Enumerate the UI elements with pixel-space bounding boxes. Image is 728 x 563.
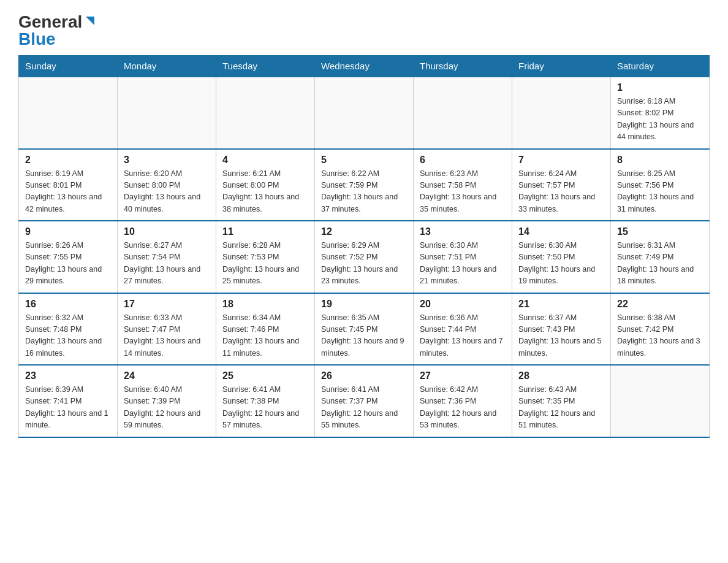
calendar-header-row: SundayMondayTuesdayWednesdayThursdayFrid… [19, 56, 710, 77]
calendar-week-row: 16Sunrise: 6:32 AMSunset: 7:48 PMDayligh… [19, 293, 710, 366]
day-info: Sunrise: 6:30 AMSunset: 7:50 PMDaylight:… [518, 240, 604, 288]
day-info: Sunrise: 6:27 AMSunset: 7:54 PMDaylight:… [124, 240, 210, 288]
day-info: Sunrise: 6:23 AMSunset: 7:58 PMDaylight:… [420, 168, 506, 216]
calendar-day-cell: 8Sunrise: 6:25 AMSunset: 7:56 PMDaylight… [611, 149, 710, 221]
day-number: 22 [617, 299, 703, 310]
day-info: Sunrise: 6:41 AMSunset: 7:37 PMDaylight:… [321, 384, 407, 432]
calendar-day-cell: 24Sunrise: 6:40 AMSunset: 7:39 PMDayligh… [118, 365, 216, 437]
day-info: Sunrise: 6:24 AMSunset: 7:57 PMDaylight:… [518, 168, 604, 216]
calendar-day-cell: 19Sunrise: 6:35 AMSunset: 7:45 PMDayligh… [315, 293, 414, 366]
calendar-day-cell: 23Sunrise: 6:39 AMSunset: 7:41 PMDayligh… [19, 365, 118, 437]
day-number: 15 [617, 226, 703, 237]
calendar-day-cell: 14Sunrise: 6:30 AMSunset: 7:50 PMDayligh… [512, 221, 611, 293]
calendar-week-row: 9Sunrise: 6:26 AMSunset: 7:55 PMDaylight… [19, 221, 710, 293]
day-number: 26 [321, 370, 407, 381]
day-number: 5 [321, 155, 407, 166]
calendar-day-cell: 26Sunrise: 6:41 AMSunset: 7:37 PMDayligh… [315, 365, 414, 437]
day-number: 20 [420, 299, 506, 310]
day-info: Sunrise: 6:25 AMSunset: 7:56 PMDaylight:… [617, 168, 703, 216]
day-info: Sunrise: 6:28 AMSunset: 7:53 PMDaylight:… [222, 240, 308, 288]
day-info: Sunrise: 6:40 AMSunset: 7:39 PMDaylight:… [124, 384, 210, 432]
calendar-day-header: Thursday [414, 56, 512, 77]
calendar-day-cell [611, 365, 710, 437]
calendar-day-header: Sunday [19, 56, 118, 77]
calendar-day-cell: 12Sunrise: 6:29 AMSunset: 7:52 PMDayligh… [315, 221, 414, 293]
day-number: 21 [518, 299, 604, 310]
day-number: 1 [617, 82, 703, 93]
day-number: 9 [25, 226, 111, 237]
page-header: General Blue [18, 12, 710, 49]
calendar-week-row: 1Sunrise: 6:18 AMSunset: 8:02 PMDaylight… [19, 77, 710, 149]
day-info: Sunrise: 6:31 AMSunset: 7:49 PMDaylight:… [617, 240, 703, 288]
day-number: 11 [222, 226, 308, 237]
day-info: Sunrise: 6:26 AMSunset: 7:55 PMDaylight:… [25, 240, 111, 288]
day-number: 27 [420, 370, 506, 381]
day-number: 12 [321, 226, 407, 237]
calendar-day-cell: 2Sunrise: 6:19 AMSunset: 8:01 PMDaylight… [19, 149, 118, 221]
day-info: Sunrise: 6:19 AMSunset: 8:01 PMDaylight:… [25, 168, 111, 216]
calendar-day-cell: 10Sunrise: 6:27 AMSunset: 7:54 PMDayligh… [118, 221, 216, 293]
day-info: Sunrise: 6:37 AMSunset: 7:43 PMDaylight:… [518, 312, 604, 360]
day-info: Sunrise: 6:32 AMSunset: 7:48 PMDaylight:… [25, 312, 111, 360]
day-number: 17 [124, 299, 210, 310]
day-info: Sunrise: 6:39 AMSunset: 7:41 PMDaylight:… [25, 384, 111, 432]
day-info: Sunrise: 6:29 AMSunset: 7:52 PMDaylight:… [321, 240, 407, 288]
calendar-day-cell [19, 77, 118, 149]
day-number: 18 [222, 299, 308, 310]
day-number: 3 [124, 155, 210, 166]
calendar-day-cell: 6Sunrise: 6:23 AMSunset: 7:58 PMDaylight… [414, 149, 512, 221]
calendar-week-row: 2Sunrise: 6:19 AMSunset: 8:01 PMDaylight… [19, 149, 710, 221]
day-info: Sunrise: 6:22 AMSunset: 7:59 PMDaylight:… [321, 168, 407, 216]
day-number: 23 [25, 370, 111, 381]
day-info: Sunrise: 6:43 AMSunset: 7:35 PMDaylight:… [518, 384, 604, 432]
calendar-day-cell: 16Sunrise: 6:32 AMSunset: 7:48 PMDayligh… [19, 293, 118, 366]
logo: General Blue [18, 12, 97, 49]
calendar-day-header: Tuesday [216, 56, 315, 77]
day-number: 7 [518, 155, 604, 166]
calendar-day-cell: 22Sunrise: 6:38 AMSunset: 7:42 PMDayligh… [611, 293, 710, 366]
day-number: 28 [518, 370, 604, 381]
calendar-day-cell [216, 77, 315, 149]
day-number: 8 [617, 155, 703, 166]
day-number: 4 [222, 155, 308, 166]
calendar-day-cell: 20Sunrise: 6:36 AMSunset: 7:44 PMDayligh… [414, 293, 512, 366]
day-number: 10 [124, 226, 210, 237]
logo-triangle-icon [83, 14, 97, 28]
calendar-day-header: Saturday [611, 56, 710, 77]
calendar-day-cell [118, 77, 216, 149]
calendar-day-cell: 5Sunrise: 6:22 AMSunset: 7:59 PMDaylight… [315, 149, 414, 221]
calendar-day-cell [414, 77, 512, 149]
calendar-day-cell: 25Sunrise: 6:41 AMSunset: 7:38 PMDayligh… [216, 365, 315, 437]
calendar-day-cell: 13Sunrise: 6:30 AMSunset: 7:51 PMDayligh… [414, 221, 512, 293]
calendar-day-cell: 18Sunrise: 6:34 AMSunset: 7:46 PMDayligh… [216, 293, 315, 366]
day-info: Sunrise: 6:42 AMSunset: 7:36 PMDaylight:… [420, 384, 506, 432]
calendar-day-cell: 3Sunrise: 6:20 AMSunset: 8:00 PMDaylight… [118, 149, 216, 221]
day-info: Sunrise: 6:20 AMSunset: 8:00 PMDaylight:… [124, 168, 210, 216]
calendar-day-cell: 4Sunrise: 6:21 AMSunset: 8:00 PMDaylight… [216, 149, 315, 221]
day-info: Sunrise: 6:30 AMSunset: 7:51 PMDaylight:… [420, 240, 506, 288]
calendar-day-cell: 15Sunrise: 6:31 AMSunset: 7:49 PMDayligh… [611, 221, 710, 293]
calendar-day-cell [315, 77, 414, 149]
day-info: Sunrise: 6:36 AMSunset: 7:44 PMDaylight:… [420, 312, 506, 360]
calendar-day-cell: 9Sunrise: 6:26 AMSunset: 7:55 PMDaylight… [19, 221, 118, 293]
calendar-day-cell: 27Sunrise: 6:42 AMSunset: 7:36 PMDayligh… [414, 365, 512, 437]
day-info: Sunrise: 6:33 AMSunset: 7:47 PMDaylight:… [124, 312, 210, 360]
calendar-day-header: Wednesday [315, 56, 414, 77]
day-info: Sunrise: 6:21 AMSunset: 8:00 PMDaylight:… [222, 168, 308, 216]
calendar-day-cell: 1Sunrise: 6:18 AMSunset: 8:02 PMDaylight… [611, 77, 710, 149]
day-number: 2 [25, 155, 111, 166]
day-number: 14 [518, 226, 604, 237]
day-number: 13 [420, 226, 506, 237]
calendar-table: SundayMondayTuesdayWednesdayThursdayFrid… [18, 55, 710, 438]
day-number: 6 [420, 155, 506, 166]
day-number: 24 [124, 370, 210, 381]
day-info: Sunrise: 6:34 AMSunset: 7:46 PMDaylight:… [222, 312, 308, 360]
svg-marker-0 [86, 17, 94, 25]
day-info: Sunrise: 6:35 AMSunset: 7:45 PMDaylight:… [321, 312, 407, 360]
day-info: Sunrise: 6:41 AMSunset: 7:38 PMDaylight:… [222, 384, 308, 432]
day-info: Sunrise: 6:18 AMSunset: 8:02 PMDaylight:… [617, 96, 703, 144]
calendar-day-cell: 21Sunrise: 6:37 AMSunset: 7:43 PMDayligh… [512, 293, 611, 366]
calendar-day-cell: 11Sunrise: 6:28 AMSunset: 7:53 PMDayligh… [216, 221, 315, 293]
day-number: 25 [222, 370, 308, 381]
calendar-day-cell: 28Sunrise: 6:43 AMSunset: 7:35 PMDayligh… [512, 365, 611, 437]
